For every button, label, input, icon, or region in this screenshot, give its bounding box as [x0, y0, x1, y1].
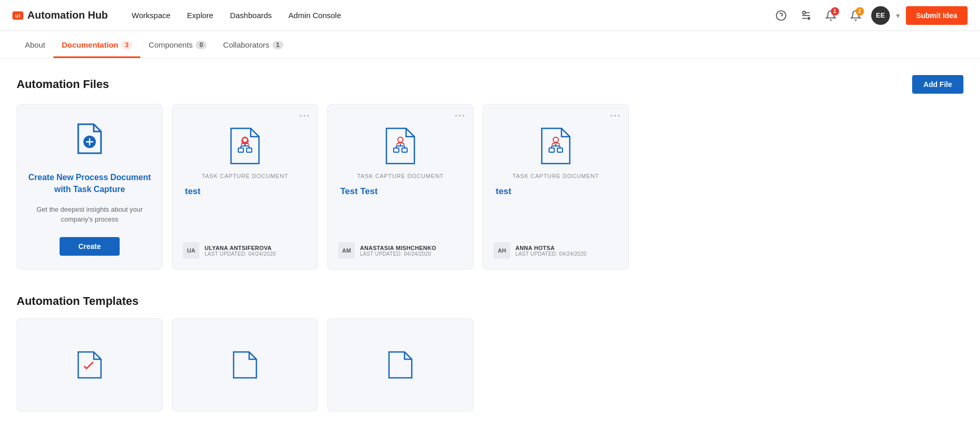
logo-text: Automation Hub: [27, 9, 108, 21]
help-icon: [775, 10, 787, 21]
svg-rect-25: [549, 148, 554, 152]
filter-button[interactable]: [797, 6, 815, 25]
template-card-0: [17, 318, 163, 411]
svg-rect-11: [238, 148, 243, 152]
notification-button[interactable]: 1: [822, 6, 840, 25]
documentation-badge: 3: [121, 41, 132, 49]
tab-components[interactable]: Components 0: [140, 31, 215, 58]
logo-badge: ui: [12, 11, 23, 20]
template-icon-0: [75, 349, 104, 381]
components-badge: 0: [196, 41, 207, 49]
template-cards-grid: [17, 318, 963, 411]
doc-icon-2: [494, 125, 618, 167]
svg-point-5: [807, 17, 810, 20]
card-footer-1: AM ANASTASIA MISHCHENKO LAST UPDATED: 04…: [338, 242, 463, 259]
card-menu-2[interactable]: ···: [610, 111, 621, 122]
card-menu-1[interactable]: ···: [455, 111, 466, 122]
user-avatar-2: AH: [494, 242, 510, 259]
template-card-1: [172, 318, 318, 411]
automation-files-title: Automation Files: [17, 78, 109, 91]
user-name-0: ULYANA ANTSIFEROVA: [205, 245, 276, 251]
user-avatar-1: AM: [338, 242, 355, 259]
logo[interactable]: ui Automation Hub: [12, 9, 108, 21]
create-document-icon: [73, 120, 106, 161]
card-menu-0[interactable]: ···: [299, 111, 310, 122]
doc-icon-1: [338, 125, 463, 167]
document-card-2: ··· TASK CAPTURE DOCUMENT test: [483, 104, 629, 270]
card-footer-0: UA ULYANA ANTSIFEROVA LAST UPDATED: 04/2…: [183, 242, 307, 259]
automation-templates-section: Automation Templates: [17, 295, 963, 411]
svg-rect-19: [402, 148, 407, 152]
add-file-button[interactable]: Add File: [912, 75, 963, 94]
create-card-description: Get the deepest insights about your comp…: [27, 204, 152, 225]
document-card-0: ··· TASK CAPTURE DO: [172, 104, 318, 270]
automation-files-grid: Create New Process Document with Task Ca…: [17, 104, 963, 270]
card-type-label-2: TASK CAPTURE DOCUMENT: [494, 173, 618, 179]
card-title-0[interactable]: test: [183, 186, 203, 197]
user-info-0: ULYANA ANTSIFEROVA LAST UPDATED: 04/24/2…: [205, 245, 276, 257]
template-icon-1: [230, 349, 260, 381]
tab-about[interactable]: About: [17, 31, 53, 58]
svg-point-31: [553, 137, 558, 142]
user-avatar-button[interactable]: EE: [871, 6, 890, 25]
tabs-bar: About Documentation 3 Components 0 Colla…: [0, 31, 980, 58]
header-actions: 1 2 EE ▾ Submit Idea: [772, 6, 968, 25]
user-avatar-0: UA: [183, 242, 199, 259]
nav-dashboards[interactable]: Dashboards: [223, 7, 279, 24]
main-nav: Workspace Explore Dashboards Admin Conso…: [124, 7, 771, 24]
create-document-card: Create New Process Document with Task Ca…: [17, 104, 163, 270]
user-name-1: ANASTASIA MISHCHENKO: [360, 245, 436, 251]
card-type-label-0: TASK CAPTURE DOCUMENT: [183, 173, 307, 179]
template-card-2: [327, 318, 473, 411]
nav-explore[interactable]: Explore: [180, 7, 221, 24]
notification-badge-1: 1: [831, 7, 839, 16]
help-button[interactable]: [772, 6, 790, 25]
secondary-notification-button[interactable]: 2: [846, 6, 865, 25]
collaborators-badge: 1: [272, 41, 283, 49]
user-name-2: ANNA HOTSA: [515, 245, 586, 251]
doc-icon-0: [183, 125, 307, 167]
svg-point-6: [802, 11, 805, 14]
svg-rect-12: [247, 148, 252, 152]
nav-workspace[interactable]: Workspace: [124, 7, 178, 24]
tab-collaborators[interactable]: Collaborators 1: [215, 31, 292, 58]
notification-badge-2: 2: [856, 7, 864, 16]
automation-files-header: Automation Files Add File: [17, 75, 963, 94]
user-date-2: LAST UPDATED: 04/24/2020: [515, 251, 586, 257]
submit-idea-button[interactable]: Submit Idea: [906, 6, 968, 25]
user-info-1: ANASTASIA MISHCHENKO LAST UPDATED: 04/24…: [360, 245, 436, 257]
header: ui Automation Hub Workspace Explore Dash…: [0, 0, 980, 31]
avatar-chevron: ▾: [896, 11, 900, 20]
user-info-2: ANNA HOTSA LAST UPDATED: 04/24/2020: [515, 245, 586, 257]
main-content: Automation Files Add File Create New Pro…: [0, 58, 980, 432]
automation-templates-title: Automation Templates: [17, 295, 963, 308]
document-card-1: ··· TASK CAPTURE DOCUMENT Test Test: [327, 104, 473, 270]
user-date-1: LAST UPDATED: 04/24/2020: [360, 251, 436, 257]
svg-point-24: [398, 137, 403, 142]
tab-documentation[interactable]: Documentation 3: [53, 31, 140, 58]
filter-icon: [800, 10, 812, 21]
template-icon-2: [386, 349, 415, 381]
svg-rect-26: [557, 148, 563, 152]
card-footer-2: AH ANNA HOTSA LAST UPDATED: 04/24/2020: [494, 242, 618, 259]
card-title-1[interactable]: Test Test: [338, 186, 380, 197]
card-title-2[interactable]: test: [494, 186, 513, 197]
create-document-button[interactable]: Create: [60, 237, 120, 256]
user-date-0: LAST UPDATED: 04/24/2020: [205, 251, 276, 257]
nav-admin-console[interactable]: Admin Console: [281, 7, 349, 24]
card-type-label-1: TASK CAPTURE DOCUMENT: [338, 173, 463, 179]
svg-rect-18: [394, 148, 399, 152]
create-card-title: Create New Process Document with Task Ca…: [27, 172, 152, 195]
